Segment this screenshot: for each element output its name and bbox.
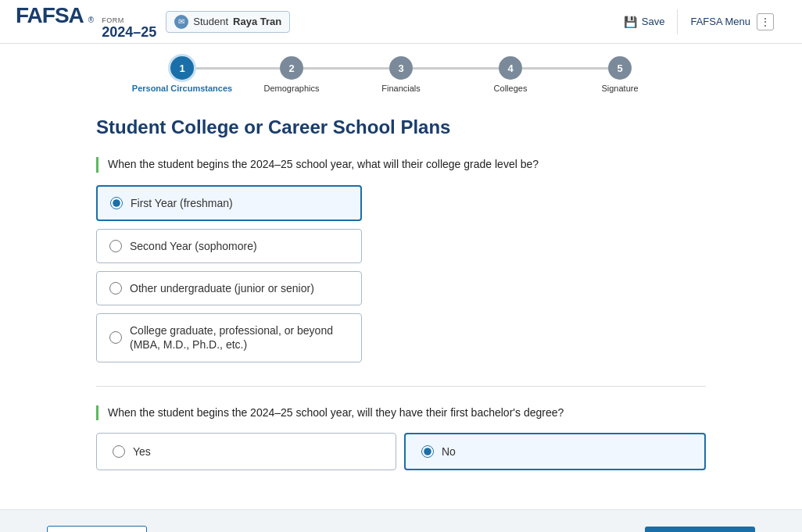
step-5-line-left [565,67,608,70]
step-2-label: Demographics [264,84,320,93]
fafsa-menu-button[interactable]: FAFSA Menu ⋮ [678,7,786,37]
q1-radio-4[interactable] [109,331,122,344]
step-2-line-left [237,67,280,70]
save-button[interactable]: 💾 Save [611,9,678,34]
fafsa-registered: ® [88,16,94,24]
step-1: 1 Personal Circumstances [127,56,237,93]
continue-button[interactable]: Continue [645,527,755,532]
fafsa-menu-label: FAFSA Menu [690,16,750,27]
step-4: 4 Colleges [456,56,565,93]
menu-dots-icon: ⋮ [757,13,774,30]
step-2-wrap: 2 [237,56,346,80]
step-3-label: Financials [381,84,421,93]
step-3-wrap: 3 [346,56,456,80]
step-4-circle: 4 [499,56,522,80]
step-3-line-left [346,67,389,70]
q1-option-1-text: First Year (freshman) [131,196,233,210]
step-3-line-right [413,67,456,70]
question-2-label: When the student begins the 2024–25 scho… [96,405,706,421]
step-2-line-right [303,67,346,70]
step-3: 3 Financials [346,56,456,93]
student-name: Raya Tran [233,16,281,27]
q1-option-2[interactable]: Second Year (sophomore) [96,229,362,263]
q1-option-3[interactable]: Other undergraduate (junior or senior) [96,271,362,305]
step-2: 2 Demographics [237,56,346,93]
q1-radio-2[interactable] [109,240,122,252]
page-title: Student College or Career School Plans [96,116,706,138]
q1-radio-3[interactable] [109,282,122,295]
q2-radio-yes[interactable] [113,445,125,458]
q2-option-no[interactable]: No [404,433,706,470]
form-label: FORM [102,16,156,24]
save-label: Save [642,16,665,27]
q1-radio-1[interactable] [110,197,123,209]
step-4-line-right [522,67,565,70]
question-2-section: When the student begins the 2024–25 scho… [96,405,706,471]
footer: Previous Continue [0,509,802,532]
step-4-wrap: 4 [456,56,565,80]
previous-button[interactable]: Previous [47,526,147,532]
student-avatar-icon: ✉ [174,15,188,29]
header-right: 💾 Save FAFSA Menu ⋮ [611,7,786,37]
question-1-section: When the student begins the 2024–25 scho… [96,157,706,362]
step-4-label: Colleges [494,84,528,93]
fafsa-logo: FAFSA ® FORM 2024–25 [16,3,156,41]
header-left: FAFSA ® FORM 2024–25 ✉ Student Raya Tran [16,3,290,41]
step-5-label: Signature [601,84,638,93]
q2-option-no-text: No [442,445,456,458]
q1-option-1[interactable]: First Year (freshman) [96,185,362,221]
step-5-circle: 5 [608,56,632,80]
step-5-wrap: 5 [565,56,675,80]
fafsa-year: 2024–25 [102,24,156,41]
save-icon: 💾 [624,16,637,28]
q1-option-2-text: Second Year (sophomore) [130,239,257,253]
step-2-circle: 2 [280,56,303,80]
step-1-line-right [194,67,237,70]
section-divider [96,386,706,387]
step-1-circle: 1 [170,56,194,80]
progress-stepper: 1 Personal Circumstances 2 Demographics … [0,44,802,93]
q2-option-yes[interactable]: Yes [96,433,396,470]
step-4-line-left [456,67,499,70]
step-1-wrap: 1 [127,56,237,80]
q2-radio-no[interactable] [421,445,434,458]
fafsa-wordmark: FAFSA [16,3,84,28]
stepper-container: 1 Personal Circumstances 2 Demographics … [127,56,675,93]
q1-option-4[interactable]: College graduate, professional, or beyon… [96,313,362,362]
q1-option-3-text: Other undergraduate (junior or senior) [130,281,314,295]
q2-options-pair: Yes No [96,433,706,470]
app-header: FAFSA ® FORM 2024–25 ✉ Student Raya Tran… [0,0,802,44]
fafsa-form-year: FORM 2024–25 [102,16,156,41]
step-5: 5 Signature [565,56,675,93]
q1-option-4-text: College graduate, professional, or beyon… [130,323,349,352]
student-badge[interactable]: ✉ Student Raya Tran [166,11,290,33]
main-content-wrapper: Student College or Career School Plans W… [0,93,802,509]
q2-option-yes-text: Yes [133,445,151,458]
main-content: Student College or Career School Plans W… [49,93,753,509]
question-1-label: When the student begins the 2024–25 scho… [96,157,706,173]
step-1-label: Personal Circumstances [132,84,232,93]
step-3-circle: 3 [389,56,413,80]
student-label: Student [193,16,228,27]
